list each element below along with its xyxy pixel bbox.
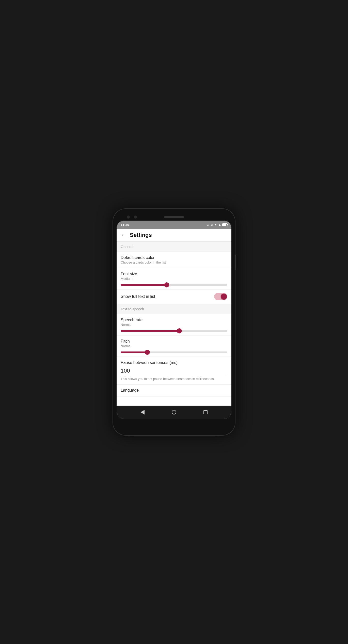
phone-shell: 11:30 🗂 ⊕ ▼ ▲ ← Settings — [113, 209, 235, 435]
app-header: ← Settings — [117, 229, 231, 242]
speech-rate-sublabel: Normal — [121, 323, 227, 327]
page-title: Settings — [130, 232, 152, 238]
nav-back-button[interactable] — [138, 408, 147, 417]
wifi-icon: ▼ — [214, 223, 217, 226]
pause-sentences-item: Pause between sentences (ms) This allows… — [117, 357, 231, 385]
pitch-label: Pitch — [121, 339, 227, 344]
settings-content: General Default cards color Choose a car… — [117, 242, 231, 406]
show-full-text-row: Show full text in list — [121, 293, 227, 300]
status-bar: 11:30 🗂 ⊕ ▼ ▲ — [117, 221, 231, 229]
pitch-item: Pitch Normal — [117, 335, 231, 357]
bottom-nav — [117, 406, 231, 419]
language-row: Language — [121, 388, 227, 393]
at-icon: ⊕ — [211, 223, 213, 226]
back-triangle-icon — [140, 410, 145, 415]
default-cards-color-labels: Default cards color Choose a cards color… — [121, 255, 166, 264]
default-cards-color-sublabel: Choose a cards color in the list — [121, 260, 166, 264]
sim-icon: 🗂 — [207, 223, 210, 226]
phone-top-bar — [117, 213, 231, 221]
recents-square-icon — [203, 410, 208, 414]
show-full-text-toggle[interactable] — [214, 293, 227, 300]
pitch-slider-track[interactable] — [121, 351, 227, 353]
default-cards-color-item[interactable]: Default cards color Choose a cards color… — [117, 252, 231, 268]
show-full-text-item: Show full text in list — [117, 289, 231, 304]
font-size-slider-thumb[interactable] — [164, 282, 169, 287]
pitch-slider-thumb[interactable] — [145, 350, 150, 355]
status-icons: 🗂 ⊕ ▼ ▲ — [207, 223, 227, 226]
font-size-item: Font size Medium — [117, 268, 231, 289]
speech-rate-slider-fill — [121, 330, 179, 332]
show-full-text-label: Show full text in list — [121, 294, 155, 299]
camera-right — [134, 216, 137, 219]
tts-section-header: Text-to-speech — [117, 304, 231, 314]
status-time: 11:30 — [121, 223, 129, 227]
nav-recents-button[interactable] — [201, 408, 210, 417]
home-circle-icon — [172, 410, 176, 415]
toggle-knob — [221, 294, 227, 300]
side-button — [235, 255, 236, 270]
font-size-slider-fill — [121, 284, 167, 286]
camera-left — [127, 216, 130, 219]
speech-rate-item: Speech rate Normal — [117, 314, 231, 335]
pause-sentences-input[interactable] — [121, 366, 227, 375]
general-section-header: General — [117, 242, 231, 252]
phone-speaker — [164, 216, 184, 218]
language-item[interactable]: Language — [117, 385, 231, 396]
pause-sentences-label: Pause between sentences (ms) — [121, 360, 227, 365]
pause-sentences-helper: This allows you to set pause between sen… — [121, 377, 227, 381]
pitch-slider-fill — [121, 351, 147, 353]
font-size-sublabel: Medium — [121, 277, 227, 281]
signal-icon: ▲ — [218, 223, 221, 226]
font-size-slider-track[interactable] — [121, 284, 227, 286]
pitch-sublabel: Normal — [121, 344, 227, 348]
speech-rate-label: Speech rate — [121, 318, 227, 322]
speech-rate-slider-track[interactable] — [121, 330, 227, 332]
default-cards-color-label: Default cards color — [121, 255, 166, 260]
font-size-label: Font size — [121, 272, 227, 276]
nav-home-button[interactable] — [169, 408, 179, 417]
language-label: Language — [121, 388, 139, 393]
phone-screen: 11:30 🗂 ⊕ ▼ ▲ ← Settings — [117, 221, 231, 419]
battery-icon — [222, 223, 227, 226]
default-cards-color-row: Default cards color Choose a cards color… — [121, 255, 227, 264]
speech-rate-slider-thumb[interactable] — [177, 328, 182, 333]
back-button[interactable]: ← — [121, 232, 126, 238]
